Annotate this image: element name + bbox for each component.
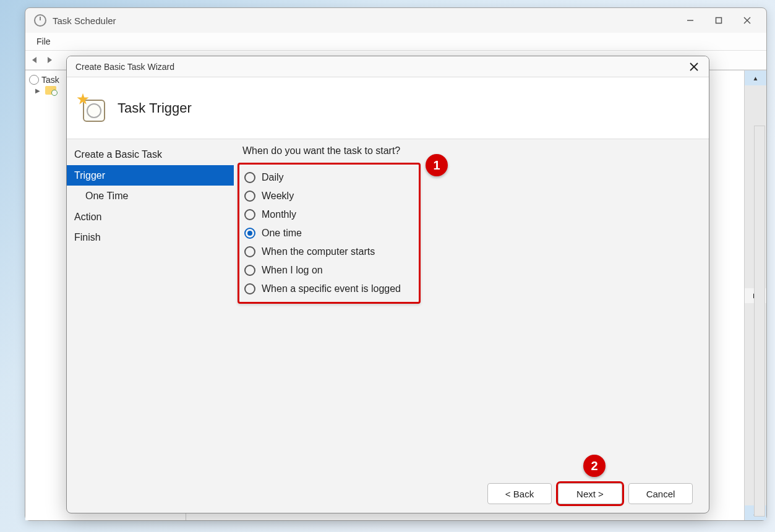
step-create-basic-task[interactable]: Create a Basic Task — [67, 144, 234, 165]
cancel-button[interactable]: Cancel — [628, 483, 693, 504]
folder-icon — [45, 86, 56, 95]
radio-icon — [244, 246, 255, 257]
wizard-header-title: Task Trigger — [118, 100, 192, 116]
step-finish[interactable]: Finish — [67, 227, 234, 248]
annotation-badge-2: 2 — [583, 455, 606, 477]
clock-icon — [29, 75, 39, 85]
radio-icon — [244, 209, 255, 220]
radio-icon — [244, 265, 255, 276]
trigger-option-monthly[interactable]: Monthly — [242, 205, 415, 224]
trigger-option-daily[interactable]: Daily — [242, 168, 415, 187]
parent-titlebar: Task Scheduler — [25, 8, 766, 33]
wizard-body: Create a Basic Task Trigger One Time Act… — [67, 139, 709, 474]
svg-rect-1 — [716, 18, 722, 24]
wizard-task-icon — [77, 93, 106, 123]
parent-window-title: Task Scheduler — [53, 15, 676, 26]
scroll-up-button[interactable]: ▲ — [745, 71, 766, 85]
nav-forward-button[interactable] — [44, 54, 56, 66]
create-basic-task-wizard: Create Basic Task Wizard Task Trigger Cr… — [66, 56, 709, 513]
option-label: One time — [262, 228, 302, 239]
radio-icon — [244, 228, 255, 239]
trigger-option-log-on[interactable]: When I log on — [242, 261, 415, 280]
wizard-title: Create Basic Task Wizard — [75, 62, 685, 72]
menubar: File — [25, 33, 766, 50]
option-label: Monthly — [262, 209, 296, 220]
trigger-prompt: When do you want the task to start? — [242, 145, 700, 157]
maximize-button[interactable] — [704, 11, 733, 30]
step-action[interactable]: Action — [67, 207, 234, 228]
minimize-button[interactable] — [676, 11, 704, 30]
trigger-option-computer-starts[interactable]: When the computer starts — [242, 242, 415, 261]
wizard-footer: 2 < Back Next > Cancel — [67, 474, 709, 513]
trigger-option-specific-event[interactable]: When a specific event is logged — [242, 280, 415, 298]
menu-file[interactable]: File — [30, 35, 57, 48]
tree-root-label: Task — [41, 75, 59, 85]
chevron-right-icon[interactable]: ▶ — [35, 87, 43, 94]
clock-icon — [34, 14, 46, 27]
close-button[interactable] — [733, 11, 761, 30]
wizard-content: When do you want the task to start? Dail… — [234, 139, 709, 474]
wizard-steps: Create a Basic Task Trigger One Time Act… — [67, 139, 234, 474]
step-trigger[interactable]: Trigger — [67, 165, 234, 186]
back-button[interactable]: < Back — [487, 483, 552, 504]
next-button[interactable]: Next > — [558, 483, 622, 504]
option-label: When I log on — [262, 265, 323, 276]
radio-icon — [244, 172, 255, 183]
step-one-time[interactable]: One Time — [67, 186, 234, 207]
option-label: Daily — [262, 172, 284, 183]
wizard-close-button[interactable] — [685, 58, 703, 75]
option-label: When the computer starts — [262, 246, 375, 257]
outer-scrollbar[interactable] — [754, 126, 765, 517]
annotation-badge-1: 1 — [426, 154, 448, 176]
wizard-header: Task Trigger — [67, 77, 709, 139]
trigger-option-one-time[interactable]: One time — [242, 224, 415, 242]
option-label: Weekly — [262, 191, 294, 202]
option-label: When a specific event is logged — [262, 283, 401, 294]
radio-icon — [244, 191, 255, 202]
trigger-option-weekly[interactable]: Weekly — [242, 187, 415, 205]
trigger-options-annotated: Daily Weekly Monthly One time When the c… — [238, 163, 421, 304]
nav-back-button[interactable] — [29, 54, 41, 66]
wizard-titlebar: Create Basic Task Wizard — [67, 56, 709, 77]
radio-icon — [244, 283, 255, 294]
